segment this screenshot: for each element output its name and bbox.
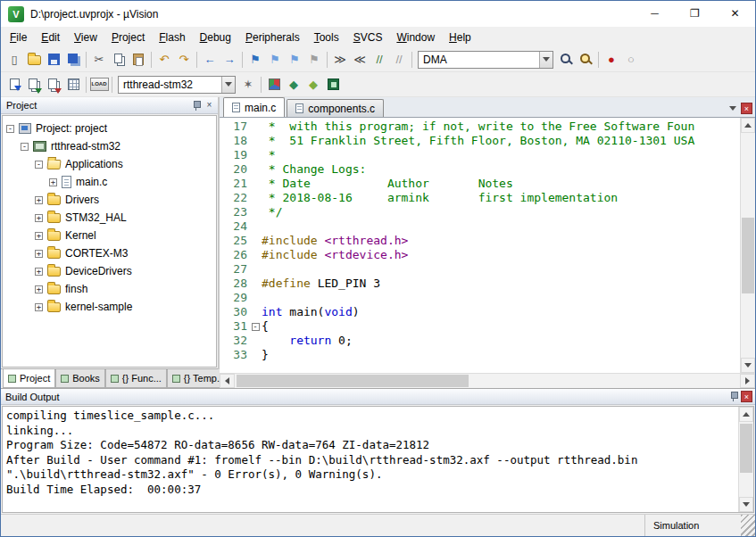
expand-icon[interactable]: + (35, 250, 43, 258)
scroll-left-icon[interactable] (220, 374, 235, 388)
resize-grip[interactable] (741, 515, 755, 536)
indent-icon[interactable]: ≫ (330, 50, 350, 70)
save-icon[interactable] (44, 50, 63, 70)
collapse-icon[interactable]: - (21, 143, 29, 151)
manage-components-icon[interactable] (264, 75, 284, 95)
unindent-icon[interactable]: ≪ (350, 50, 370, 70)
collapse-icon[interactable]: - (6, 125, 14, 133)
tree-item[interactable]: +kernel-sample (3, 298, 216, 316)
panel-tab-books[interactable]: Books (55, 369, 105, 388)
tree-item[interactable]: +CORTEX-M3 (3, 244, 216, 262)
expand-icon[interactable]: + (35, 214, 43, 222)
undo-icon[interactable]: ↶ (154, 50, 174, 70)
pin-icon[interactable] (192, 100, 201, 112)
expand-icon[interactable]: + (35, 232, 43, 240)
options-for-target-icon[interactable]: ✶ (238, 75, 258, 95)
chevron-down-icon[interactable] (221, 77, 235, 93)
menu-edit[interactable]: Edit (34, 29, 67, 46)
pack-installer-icon[interactable]: ◆ (303, 75, 323, 95)
close-document-icon[interactable]: × (741, 103, 752, 114)
start-debug-icon[interactable]: ● (602, 50, 621, 70)
uncomment-icon[interactable]: // (389, 50, 409, 70)
menu-window[interactable]: Window (389, 29, 442, 46)
scroll-down-icon[interactable] (739, 497, 753, 512)
close-panel-icon[interactable]: × (204, 100, 215, 112)
menu-view[interactable]: View (67, 29, 104, 46)
translate-icon[interactable] (4, 75, 24, 95)
menu-tools[interactable]: Tools (307, 29, 346, 46)
find-in-files-icon[interactable] (556, 50, 576, 70)
menu-svcs[interactable]: SVCS (346, 29, 390, 46)
expand-icon[interactable]: + (35, 196, 43, 204)
find-icon[interactable] (576, 50, 595, 70)
close-button[interactable]: ✕ (715, 1, 755, 27)
pin-icon[interactable] (729, 391, 738, 402)
scroll-up-icon[interactable] (739, 407, 753, 422)
chevron-down-icon[interactable] (539, 52, 552, 68)
menu-help[interactable]: Help (442, 29, 478, 46)
tree-item[interactable]: +Drivers (3, 191, 216, 209)
code-text[interactable]: * with this program; if not, write to th… (262, 120, 740, 373)
copy-icon[interactable] (109, 50, 129, 70)
tree-item[interactable]: -rtthread-stm32 (3, 137, 216, 155)
editor-tab-components.c[interactable]: components.c (287, 99, 384, 117)
tree-item[interactable]: +DeviceDrivers (3, 262, 216, 280)
manage-rte-icon[interactable]: ◆ (284, 75, 303, 95)
panel-tab-project[interactable]: Project (3, 369, 55, 388)
rebuild-icon[interactable] (44, 75, 63, 95)
close-panel-icon[interactable]: × (741, 391, 752, 402)
scroll-thumb[interactable] (742, 218, 754, 293)
scroll-down-icon[interactable] (741, 358, 755, 373)
tree-item[interactable]: -Project: project (3, 120, 216, 137)
tree-item[interactable]: +Kernel (3, 227, 216, 244)
menu-flash[interactable]: Flash (152, 29, 192, 46)
scroll-thumb[interactable] (740, 424, 752, 473)
build-output-text[interactable]: compiling timeslice_sample.c...linking..… (3, 407, 738, 512)
target-combo[interactable]: rtthread-stm32 (118, 76, 236, 94)
menu-debug[interactable]: Debug (193, 29, 238, 46)
cut-icon[interactable]: ✂ (89, 50, 109, 70)
comment-icon[interactable]: // (370, 50, 389, 70)
maximize-button[interactable]: ❐ (675, 1, 715, 27)
scroll-track[interactable] (741, 133, 755, 358)
fold-collapse-icon[interactable]: - (252, 323, 260, 331)
paste-icon[interactable] (129, 50, 148, 70)
collapse-icon[interactable]: - (35, 161, 43, 169)
expand-icon[interactable]: + (35, 303, 43, 311)
clear-bookmarks-icon[interactable]: ⚑ (304, 50, 324, 70)
output-vertical-scrollbar[interactable] (738, 407, 753, 512)
code-editor[interactable]: 1718192021222324252627282930313233 - * w… (220, 118, 740, 373)
bookmark-icon[interactable]: ⚑ (245, 50, 265, 70)
expand-icon[interactable]: + (49, 178, 57, 186)
scroll-thumb[interactable] (237, 375, 469, 387)
batch-build-icon[interactable] (63, 75, 83, 95)
expand-icon[interactable]: + (35, 268, 43, 276)
download-icon[interactable]: LOAD (89, 75, 109, 95)
tab-scroll-icon[interactable] (727, 103, 738, 114)
scroll-right-icon[interactable] (740, 374, 755, 388)
editor-tab-main.c[interactable]: main.c (223, 97, 285, 117)
search-combo[interactable]: DMA (418, 51, 553, 69)
navigate-back-icon[interactable]: ← (200, 50, 220, 70)
expand-icon[interactable]: + (35, 285, 43, 293)
menu-project[interactable]: Project (104, 29, 152, 46)
scroll-track[interactable] (235, 374, 740, 388)
editor-horizontal-scrollbar[interactable] (220, 373, 755, 388)
scroll-track[interactable] (739, 422, 753, 497)
tree-item[interactable]: -Applications (3, 155, 216, 173)
panel-tab--func-[interactable]: {} Func... (105, 369, 167, 388)
menu-peripherals[interactable]: Peripherals (238, 29, 307, 46)
tree-item[interactable]: +finsh (3, 280, 216, 298)
tree-item[interactable]: +main.c (3, 173, 216, 191)
save-all-icon[interactable] (63, 50, 83, 70)
open-folder-icon[interactable] (24, 50, 44, 70)
flash-configure-icon[interactable] (323, 75, 343, 95)
tree-item[interactable]: +STM32_HAL (3, 209, 216, 227)
redo-icon[interactable]: ↷ (174, 50, 194, 70)
navigate-forward-icon[interactable]: → (220, 50, 239, 70)
build-icon[interactable] (24, 75, 44, 95)
new-file-icon[interactable]: ▯ (4, 50, 24, 70)
next-bookmark-icon[interactable]: ⚑ (285, 50, 304, 70)
scroll-up-icon[interactable] (741, 118, 755, 133)
menu-file[interactable]: File (3, 29, 34, 46)
